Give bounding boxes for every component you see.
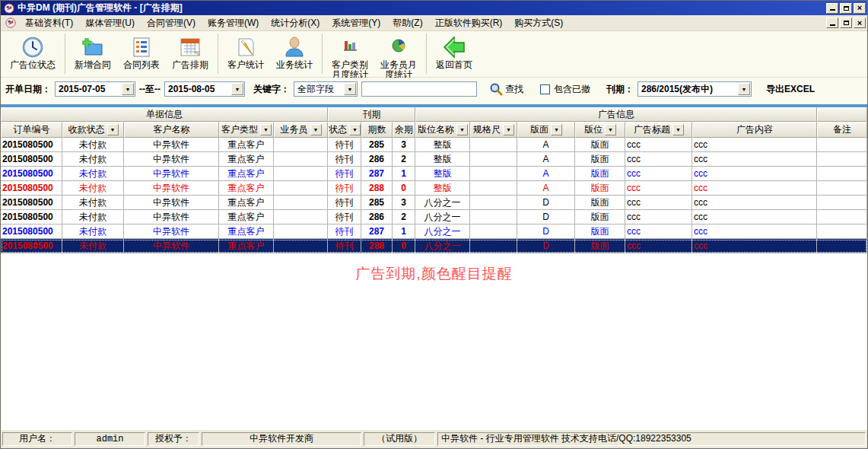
menu-item[interactable]: 统计分析(X) bbox=[265, 16, 326, 30]
table-cell: 2015080500 bbox=[1, 152, 62, 167]
table-cell: 285 bbox=[361, 138, 393, 152]
table-row[interactable]: 2015080500未付款中异软件重点客户待刊2853整版A版面cccccc bbox=[1, 138, 867, 152]
column-header[interactable]: 期数 bbox=[361, 122, 393, 138]
column-filter-button[interactable]: ▼ bbox=[605, 124, 616, 135]
toolbar-button-label: 广告位状态 bbox=[10, 60, 56, 70]
column-filter-button[interactable]: ▼ bbox=[107, 124, 119, 135]
menu-item[interactable]: 购买方式(S) bbox=[508, 16, 569, 30]
chevron-down-icon[interactable]: ▼ bbox=[231, 83, 243, 95]
column-header[interactable]: 业务员▼ bbox=[274, 122, 328, 138]
column-header[interactable]: 收款状态▼ bbox=[62, 122, 124, 138]
date-from-value: 2015-07-05 bbox=[59, 84, 121, 94]
toolbar-button[interactable]: 客户类别 月度统计 bbox=[326, 32, 374, 75]
column-filter-button[interactable]: ▼ bbox=[456, 124, 468, 135]
menu-item[interactable]: 媒体管理(U) bbox=[79, 16, 141, 30]
column-header[interactable]: 状态▼ bbox=[328, 122, 361, 138]
keyword-label: 关键字： bbox=[253, 83, 290, 96]
table-cell: 中异软件 bbox=[124, 224, 219, 239]
toolbar-button[interactable]: 业务统计 bbox=[270, 32, 319, 75]
status-panel: 中异软件开发商 bbox=[202, 432, 361, 446]
child-restore-button[interactable] bbox=[840, 18, 852, 28]
toolbar-separator bbox=[65, 33, 65, 74]
column-header[interactable]: 客户类型▼ bbox=[219, 122, 274, 138]
column-header-label: 收款状态 bbox=[68, 123, 105, 136]
table-cell: 版面 bbox=[575, 152, 625, 167]
column-header[interactable]: 订单编号 bbox=[1, 122, 62, 138]
child-minimize-button[interactable] bbox=[826, 18, 838, 28]
table-row-selected[interactable]: 2015080500未付款中异软件重点客户待刊2880八分之一D版面cccccc bbox=[1, 239, 867, 253]
table-cell: 2015080500 bbox=[1, 196, 62, 210]
table-cell bbox=[817, 167, 867, 181]
table-cell: ccc bbox=[692, 152, 817, 167]
table-group-header: 单据信息刊期广告信息 bbox=[1, 107, 867, 122]
toolbar-button[interactable]: 返回首页 bbox=[430, 32, 479, 75]
column-header[interactable]: 广告标题▼ bbox=[625, 122, 692, 138]
toolbar-button[interactable]: 新增合同 bbox=[68, 32, 117, 75]
menu-item[interactable]: 账务管理(W) bbox=[202, 16, 265, 30]
column-header[interactable]: 余期 bbox=[393, 122, 415, 138]
table-cell: 2015080500 bbox=[1, 239, 62, 253]
column-header-label: 业务员 bbox=[281, 123, 308, 136]
table-cell: 待刊 bbox=[328, 152, 361, 167]
minimize-button[interactable] bbox=[826, 3, 838, 14]
column-filter-button[interactable]: ▼ bbox=[260, 124, 272, 135]
column-header[interactable]: 客户名称 bbox=[124, 122, 219, 138]
table-row[interactable]: 2015080500未付款中异软件重点客户待刊2871八分之一D版面cccccc bbox=[1, 224, 867, 239]
column-header[interactable]: 版位▼ bbox=[575, 122, 625, 138]
export-excel-button[interactable]: 导出EXCEL bbox=[766, 83, 815, 96]
menu-item[interactable]: 帮助(Z) bbox=[386, 16, 428, 30]
issue-combo[interactable]: 286/2015(发布中) ▼ bbox=[637, 81, 752, 97]
table-cell: ccc bbox=[625, 210, 692, 224]
issue-value: 286/2015(发布中) bbox=[641, 83, 737, 96]
table-cell bbox=[470, 224, 517, 239]
table-cell bbox=[470, 196, 517, 210]
table-cell: 288 bbox=[361, 181, 393, 196]
toolbar-button[interactable]: 广告排期 bbox=[166, 32, 215, 75]
column-header[interactable]: 版位名称▼ bbox=[415, 122, 470, 138]
column-header[interactable]: 备注 bbox=[817, 122, 867, 138]
column-filter-button[interactable]: ▼ bbox=[310, 124, 322, 135]
keyword-input[interactable] bbox=[361, 81, 477, 97]
table-cell: 未付款 bbox=[62, 181, 124, 196]
menu-item[interactable]: 基础资料(T) bbox=[19, 16, 79, 30]
table-cell bbox=[274, 224, 328, 239]
menu-item[interactable]: 合同管理(V) bbox=[141, 16, 202, 30]
menu-item[interactable]: 正版软件购买(R) bbox=[429, 16, 509, 30]
chevron-down-icon[interactable]: ▼ bbox=[738, 83, 750, 95]
table-row[interactable]: 2015080500未付款中异软件重点客户待刊2880整版A版面cccccc bbox=[1, 181, 867, 196]
table-cell: 中异软件 bbox=[124, 210, 219, 224]
include-withdrawn-checkbox[interactable] bbox=[540, 84, 550, 94]
column-filter-button[interactable]: ▼ bbox=[349, 124, 361, 135]
table-cell: 版面 bbox=[575, 210, 625, 224]
chevron-down-icon[interactable]: ▼ bbox=[122, 83, 134, 95]
date-to-combo[interactable]: 2015-08-05 ▼ bbox=[164, 81, 245, 97]
table-cell bbox=[470, 152, 517, 167]
date-from-combo[interactable]: 2015-07-05 ▼ bbox=[55, 81, 135, 97]
table-cell: ccc bbox=[625, 167, 692, 181]
table-row[interactable]: 2015080500未付款中异软件重点客户待刊2862八分之一D版面cccccc bbox=[1, 210, 867, 224]
close-button[interactable]: × bbox=[854, 3, 866, 14]
menu-bar: 基础资料(T)媒体管理(U)合同管理(V)账务管理(W)统计分析(X)系统管理(… bbox=[1, 15, 867, 31]
toolbar-button[interactable]: 合同列表 bbox=[117, 32, 166, 75]
table-cell: D bbox=[517, 196, 575, 210]
table-row[interactable]: 2015080500未付款中异软件重点客户待刊2871整版A版面cccccc bbox=[1, 167, 867, 181]
menu-item[interactable]: 系统管理(Y) bbox=[326, 16, 386, 30]
column-filter-button[interactable]: ▼ bbox=[503, 124, 514, 135]
restore-button[interactable] bbox=[840, 3, 852, 14]
chevron-down-icon[interactable]: ▼ bbox=[344, 83, 356, 95]
column-filter-button[interactable]: ▼ bbox=[551, 124, 562, 135]
column-header[interactable]: 规格尺▼ bbox=[470, 122, 517, 138]
find-button[interactable]: 查找 bbox=[487, 81, 526, 97]
column-filter-button[interactable]: ▼ bbox=[672, 124, 684, 135]
column-header[interactable]: 版面▼ bbox=[517, 122, 575, 138]
keyword-field-combo[interactable]: 全部字段 ▼ bbox=[294, 81, 358, 97]
column-header[interactable]: 广告内容 bbox=[692, 122, 817, 138]
child-close-button[interactable]: × bbox=[854, 18, 866, 28]
table-row[interactable]: 2015080500未付款中异软件重点客户待刊2853八分之一D版面cccccc bbox=[1, 196, 867, 210]
column-header-label: 客户类型 bbox=[221, 123, 258, 136]
table-row[interactable]: 2015080500未付款中异软件重点客户待刊2862整版A版面cccccc bbox=[1, 152, 867, 167]
table-cell: 未付款 bbox=[62, 167, 124, 181]
toolbar-button[interactable]: 广告位状态 bbox=[4, 32, 62, 75]
toolbar-button[interactable]: 客户统计 bbox=[221, 32, 270, 75]
toolbar-button[interactable]: 业务员月 度统计 bbox=[374, 32, 423, 75]
